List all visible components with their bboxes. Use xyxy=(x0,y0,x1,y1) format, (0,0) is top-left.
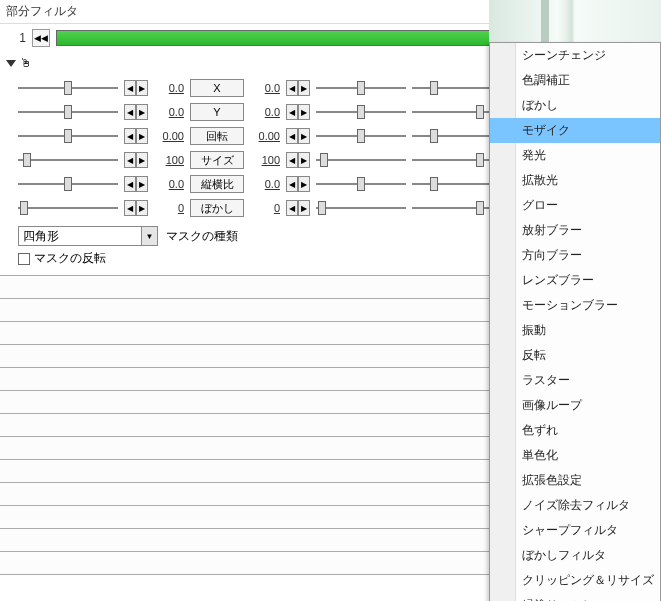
menu-item[interactable]: レンズブラー xyxy=(490,268,660,293)
right-value[interactable]: 0.0 xyxy=(250,82,280,94)
menu-item[interactable]: 色調補正 xyxy=(490,68,660,93)
mouse-icon: 🖱 xyxy=(20,56,32,70)
menu-item[interactable]: モザイク xyxy=(490,118,660,143)
left-slider[interactable] xyxy=(18,175,118,193)
right-slider[interactable] xyxy=(316,79,406,97)
right-value[interactable]: 100 xyxy=(250,154,280,166)
collapse-icon[interactable] xyxy=(6,60,16,67)
menu-item[interactable]: 振動 xyxy=(490,318,660,343)
menu-item[interactable]: 縁塗りつぶし xyxy=(490,593,660,601)
menu-item[interactable]: 色ずれ xyxy=(490,418,660,443)
left-value[interactable]: 0.0 xyxy=(154,82,184,94)
left-spinner[interactable]: ◀▶ xyxy=(124,128,148,144)
right-spinner[interactable]: ◀▶ xyxy=(286,176,310,192)
right-spinner[interactable]: ◀▶ xyxy=(286,200,310,216)
left-spinner[interactable]: ◀▶ xyxy=(124,104,148,120)
menu-item[interactable]: 発光 xyxy=(490,143,660,168)
left-slider[interactable] xyxy=(18,127,118,145)
filter-menu: シーンチェンジ色調補正ぼかしモザイク発光拡散光グロー放射ブラー方向ブラーレンズブ… xyxy=(489,42,661,601)
left-value[interactable]: 0.0 xyxy=(154,178,184,190)
right-slider[interactable] xyxy=(316,103,406,121)
right-slider[interactable] xyxy=(316,199,406,217)
preview-thumbnail xyxy=(489,0,661,42)
left-spinner[interactable]: ◀▶ xyxy=(124,200,148,216)
param-label-button[interactable]: ぼかし xyxy=(190,199,244,217)
mask-invert-checkbox[interactable] xyxy=(18,253,30,265)
left-slider[interactable] xyxy=(18,103,118,121)
param-label-button[interactable]: Y xyxy=(190,103,244,121)
seek-start-button[interactable]: ◀◀ xyxy=(32,29,50,47)
right-value[interactable]: 0.00 xyxy=(250,130,280,142)
menu-item[interactable]: ぼかし xyxy=(490,93,660,118)
left-spinner[interactable]: ◀▶ xyxy=(124,152,148,168)
chevron-down-icon: ▼ xyxy=(141,227,157,245)
right-spinner[interactable]: ◀▶ xyxy=(286,128,310,144)
mask-type-label: マスクの種類 xyxy=(166,228,238,245)
menu-item[interactable]: クリッピング＆リサイズ xyxy=(490,568,660,593)
menu-item[interactable]: 画像ループ xyxy=(490,393,660,418)
left-spinner[interactable]: ◀▶ xyxy=(124,80,148,96)
param-label-button[interactable]: 縦横比 xyxy=(190,175,244,193)
right-spinner[interactable]: ◀▶ xyxy=(286,104,310,120)
menu-item[interactable]: グロー xyxy=(490,193,660,218)
mask-type-select[interactable]: 四角形 ▼ xyxy=(18,226,158,246)
menu-item[interactable]: ぼかしフィルタ xyxy=(490,543,660,568)
timeline-bar[interactable] xyxy=(56,30,535,46)
left-slider[interactable] xyxy=(18,199,118,217)
left-value[interactable]: 0.0 xyxy=(154,106,184,118)
menu-item[interactable]: 反転 xyxy=(490,343,660,368)
right-slider[interactable] xyxy=(316,127,406,145)
menu-item[interactable]: 単色化 xyxy=(490,443,660,468)
right-spinner[interactable]: ◀▶ xyxy=(286,80,310,96)
param-label-button[interactable]: X xyxy=(190,79,244,97)
param-label-button[interactable]: 回転 xyxy=(190,127,244,145)
menu-item[interactable]: シャープフィルタ xyxy=(490,518,660,543)
menu-item[interactable]: シーンチェンジ xyxy=(490,43,660,68)
param-label-button[interactable]: サイズ xyxy=(190,151,244,169)
left-value[interactable]: 100 xyxy=(154,154,184,166)
right-spinner[interactable]: ◀▶ xyxy=(286,152,310,168)
right-value[interactable]: 0 xyxy=(250,202,280,214)
mask-type-value: 四角形 xyxy=(23,228,59,245)
menu-item[interactable]: モーションブラー xyxy=(490,293,660,318)
frame-start: 1 xyxy=(6,31,26,45)
menu-item[interactable]: ラスター xyxy=(490,368,660,393)
left-slider[interactable] xyxy=(18,79,118,97)
window-title: 部分フィルタ xyxy=(6,3,78,20)
left-value[interactable]: 0.00 xyxy=(154,130,184,142)
left-value[interactable]: 0 xyxy=(154,202,184,214)
menu-item[interactable]: 放射ブラー xyxy=(490,218,660,243)
right-slider[interactable] xyxy=(316,175,406,193)
menu-item[interactable]: 方向ブラー xyxy=(490,243,660,268)
menu-item[interactable]: ノイズ除去フィルタ xyxy=(490,493,660,518)
menu-item[interactable]: 拡張色設定 xyxy=(490,468,660,493)
mask-invert-label: マスクの反転 xyxy=(34,250,106,267)
left-slider[interactable] xyxy=(18,151,118,169)
left-spinner[interactable]: ◀▶ xyxy=(124,176,148,192)
right-value[interactable]: 0.0 xyxy=(250,106,280,118)
right-slider[interactable] xyxy=(316,151,406,169)
menu-item[interactable]: 拡散光 xyxy=(490,168,660,193)
right-value[interactable]: 0.0 xyxy=(250,178,280,190)
